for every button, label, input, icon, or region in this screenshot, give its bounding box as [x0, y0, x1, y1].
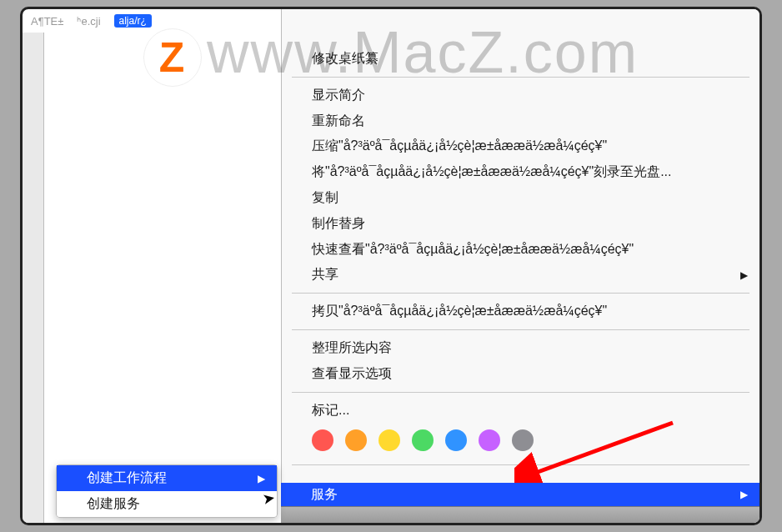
tag-green[interactable]: [412, 429, 434, 451]
watermark-logo-icon: Z: [143, 28, 202, 87]
chevron-right-icon: ▶: [740, 267, 748, 283]
services-submenu: 创建工作流程 ▶ 创建服务: [56, 464, 278, 518]
tag-gray[interactable]: [512, 429, 534, 451]
tag-color-row: [282, 423, 759, 459]
menu-rename[interactable]: 重新命名: [282, 108, 759, 134]
menu-change-wallpaper[interactable]: 修改桌纸纂: [282, 46, 759, 72]
menu-quick-look[interactable]: 快速查看"å?³äºå¯åçµåä¿¡å½çè¦æ±åææä½æå¼çéç¥": [282, 237, 759, 263]
label: 服务: [311, 487, 338, 501]
menu-get-info[interactable]: 显示简介: [282, 83, 759, 108]
menu-separator: [292, 329, 749, 330]
menu-make-alias[interactable]: 制作替身: [282, 211, 759, 237]
suffix: "刻录至光盘...: [589, 164, 671, 178]
file: å?³äºå¯åçµåä¿¡å½çè¦æ±åææä½æå¼çéç¥: [370, 242, 629, 256]
submenu-create-workflow[interactable]: 创建工作流程 ▶: [57, 465, 277, 491]
finder-window-edge: [23, 33, 44, 523]
path-segment: ʰe.cji: [77, 15, 100, 28]
tag-red[interactable]: [312, 429, 333, 451]
suffix: ": [602, 138, 607, 153]
menu-separator: [292, 293, 749, 294]
tag-yellow[interactable]: [378, 429, 400, 451]
menu-separator: [292, 77, 749, 78]
tag-blue[interactable]: [445, 429, 467, 451]
file: å?³äºå¯åçµåä¿¡å½çè¦æ±åææä½æå¼çéç¥: [343, 304, 603, 318]
chevron-right-icon: ▶: [740, 485, 748, 504]
services-row: 服务 ▶: [281, 483, 759, 506]
prefix: 将": [312, 164, 330, 178]
menu-view-options[interactable]: 查看显示选项: [282, 361, 759, 387]
file: å?³äºå¯åçµåä¿¡å½çè¦æ±åææä½æå¼çéç¥: [343, 138, 603, 153]
suffix: ": [602, 304, 607, 318]
label: 创建工作流程: [87, 470, 167, 484]
prefix: 快速查看": [312, 242, 370, 256]
prefix: 压缩": [312, 138, 343, 153]
path-segment: A¶TE±: [31, 15, 63, 28]
window-titlebar-below: [281, 506, 759, 523]
menu-services[interactable]: 服务 ▶: [281, 483, 759, 506]
menu-burn-to-disc[interactable]: 将"å?³äºå¯åçµåä¿¡å½çè¦æ±åææä½æå¼çéç¥"刻录至光…: [282, 159, 759, 185]
suffix: ": [629, 242, 634, 256]
menu-share[interactable]: 共享 ▶: [282, 262, 759, 288]
chevron-right-icon: ▶: [258, 471, 265, 487]
menu-duplicate[interactable]: 复制: [282, 185, 759, 211]
context-menu: 修改桌纸纂 显示简介 重新命名 压缩"å?³äºå¯åçµåä¿¡å½çè¦æ±…: [281, 9, 759, 483]
menu-clean-up-selection[interactable]: 整理所选内容: [282, 335, 759, 361]
menu-tags-label[interactable]: 标记...: [282, 398, 759, 424]
label: 共享: [312, 267, 338, 281]
file: å?³äºå¯åçµåä¿¡å½çè¦æ±åææä½æå¼çéç¥: [330, 164, 589, 178]
menu-separator: [292, 392, 749, 393]
menu-compress[interactable]: 压缩"å?³äºå¯åçµåä¿¡å½çè¦æ±åææä½æå¼çéç¥": [282, 133, 759, 159]
menu-separator: [292, 464, 749, 465]
selected-file[interactable]: alja/r¿: [114, 14, 152, 28]
submenu-create-service[interactable]: 创建服务: [57, 491, 277, 517]
menu-copy[interactable]: 拷贝"å?³äºå¯åçµåä¿¡å½çè¦æ±åææä½æå¼çéç¥": [282, 299, 759, 324]
tag-orange[interactable]: [345, 429, 367, 451]
prefix: 拷贝": [312, 304, 343, 318]
tag-purple[interactable]: [479, 429, 500, 451]
